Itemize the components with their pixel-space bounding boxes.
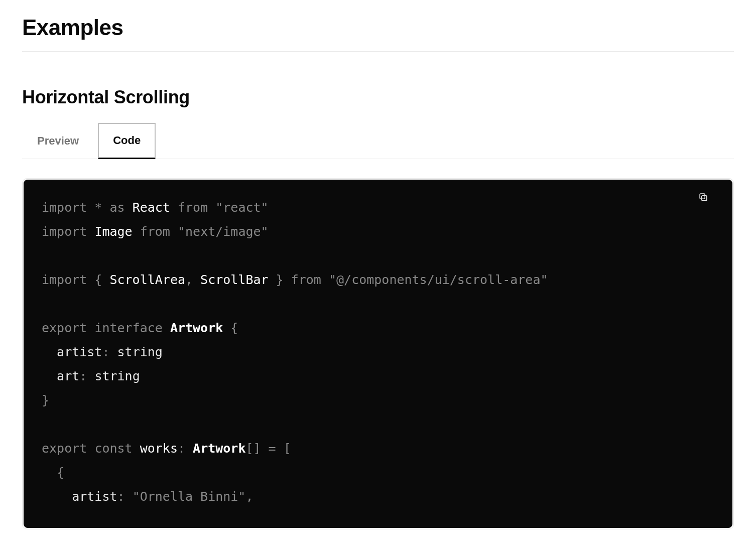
code-token: "next/image" [178, 224, 269, 239]
code-token: "react" [215, 200, 268, 215]
code-token: React [133, 200, 170, 215]
code-token [170, 200, 178, 215]
code-token [321, 272, 329, 287]
example-heading-horizontal-scrolling: Horizontal Scrolling [22, 87, 734, 108]
code-token: import [42, 200, 87, 215]
code-token: , [185, 272, 200, 287]
code-token: [] = [ [245, 441, 291, 456]
code-token [87, 321, 94, 335]
svg-rect-0 [702, 195, 707, 200]
code-token: string [117, 345, 163, 359]
code-token: works [140, 441, 178, 456]
code-content: import * as React from "react" import Im… [24, 180, 732, 528]
code-token: : [102, 345, 117, 359]
section-heading-examples: Examples [22, 15, 734, 40]
code-token: } [269, 272, 291, 287]
page: Examples Horizontal Scrolling Preview Co… [0, 0, 756, 529]
code-token: Artwork [170, 321, 223, 335]
code-token: import [42, 224, 87, 239]
code-token: { [42, 465, 64, 480]
code-token: artist [42, 345, 102, 359]
code-token: "Ornella Binni" [133, 489, 246, 504]
code-token [208, 200, 215, 215]
code-token: const [94, 441, 132, 456]
code-token: export [42, 321, 87, 335]
code-token: : [178, 441, 193, 456]
copy-button[interactable] [696, 191, 710, 205]
code-token: from [178, 200, 208, 215]
code-token: } [42, 393, 49, 407]
code-token [87, 441, 94, 456]
code-token: ScrollArea [109, 272, 185, 287]
code-scroll-area[interactable]: import * as React from "react" import Im… [24, 180, 732, 528]
code-token: , [245, 489, 253, 504]
code-token: Image [94, 224, 132, 239]
code-token: art [42, 369, 79, 383]
separator [22, 51, 734, 52]
code-token: from [291, 272, 321, 287]
code-token: Artwork [193, 441, 245, 456]
code-token [163, 321, 170, 335]
code-token: string [94, 369, 140, 383]
code-token [133, 224, 140, 239]
code-token: : [117, 489, 133, 504]
code-token: "@/components/ui/scroll-area" [329, 272, 548, 287]
copy-icon [698, 197, 709, 204]
code-token: export [42, 441, 87, 456]
code-token: * [87, 200, 109, 215]
tab-preview[interactable]: Preview [22, 123, 94, 159]
code-token: { [223, 321, 238, 335]
code-token: : [79, 369, 94, 383]
code-token: from [140, 224, 170, 239]
svg-rect-1 [700, 194, 705, 199]
code-token [87, 224, 94, 239]
tab-code[interactable]: Code [98, 123, 156, 159]
code-token: import [42, 272, 87, 287]
code-token [125, 200, 133, 215]
code-token [170, 224, 178, 239]
code-token: { [87, 272, 109, 287]
code-block: import * as React from "react" import Im… [22, 178, 734, 529]
code-token: as [109, 200, 124, 215]
code-token: artist [42, 489, 117, 504]
code-token: interface [94, 321, 162, 335]
tabs: Preview Code [22, 123, 734, 159]
code-inner: import * as React from "react" import Im… [24, 180, 732, 528]
code-token: ScrollBar [200, 272, 268, 287]
code-token [133, 441, 140, 456]
